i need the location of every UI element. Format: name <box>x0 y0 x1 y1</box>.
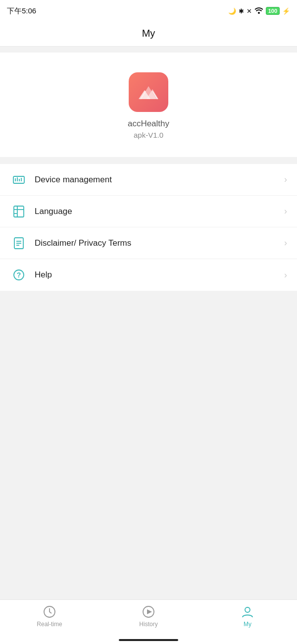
app-version: apk-V1.0 <box>134 131 163 139</box>
language-chevron: › <box>284 206 287 216</box>
menu-section: Device management › Language › Disclaime… <box>0 164 297 291</box>
tab-my[interactable]: My <box>198 605 297 628</box>
app-name: accHealthy <box>128 119 169 129</box>
play-icon <box>142 605 155 619</box>
svg-text:?: ? <box>17 271 21 279</box>
disclaimer-chevron: › <box>284 238 287 248</box>
menu-item-language[interactable]: Language › <box>0 196 297 227</box>
status-bar: 下午5:06 🌙 ✱ ✕ 100 ⚡ <box>0 0 297 22</box>
tab-history-label: History <box>139 621 157 628</box>
page-header: My <box>0 22 297 47</box>
svg-rect-9 <box>14 206 24 217</box>
device-icon <box>10 174 28 185</box>
app-icon <box>129 72 168 112</box>
help-chevron: › <box>284 270 287 280</box>
status-time: 下午5:06 <box>7 6 36 16</box>
language-icon <box>10 206 28 217</box>
tab-my-label: My <box>244 621 251 628</box>
help-label: Help <box>35 270 284 280</box>
menu-item-device-management[interactable]: Device management › <box>0 164 297 196</box>
person-icon <box>241 605 254 619</box>
language-label: Language <box>35 207 284 216</box>
disclaimer-label: Disclaimer/ Privacy Terms <box>35 238 284 248</box>
menu-item-help[interactable]: ? Help › <box>0 259 297 291</box>
app-info-section: accHealthy apk-V1.0 <box>0 53 297 157</box>
menu-item-disclaimer[interactable]: Disclaimer/ Privacy Terms › <box>0 227 297 259</box>
disclaimer-icon <box>10 237 28 249</box>
clock-icon <box>43 605 56 619</box>
moon-icon: 🌙 <box>228 7 236 15</box>
svg-marker-21 <box>147 609 152 614</box>
wifi-icon <box>254 7 263 15</box>
tab-realtime[interactable]: Real-time <box>0 605 99 628</box>
battery-icon: 100 <box>266 7 280 15</box>
bluetooth-icon: ✱ <box>239 7 244 15</box>
tab-indicator <box>119 639 178 641</box>
tab-history[interactable]: History <box>99 605 198 628</box>
tab-bar: Real-time History My <box>0 599 297 644</box>
status-icons: 🌙 ✱ ✕ 100 ⚡ <box>228 7 290 15</box>
charging-icon: ⚡ <box>282 7 290 15</box>
svg-point-22 <box>245 607 250 612</box>
help-icon: ? <box>10 269 28 281</box>
svg-point-0 <box>258 12 260 14</box>
device-management-label: Device management <box>35 175 284 185</box>
page-title: My <box>142 28 155 39</box>
device-management-chevron: › <box>284 174 287 185</box>
tab-realtime-label: Real-time <box>37 621 62 628</box>
close-icon: ✕ <box>247 7 252 15</box>
